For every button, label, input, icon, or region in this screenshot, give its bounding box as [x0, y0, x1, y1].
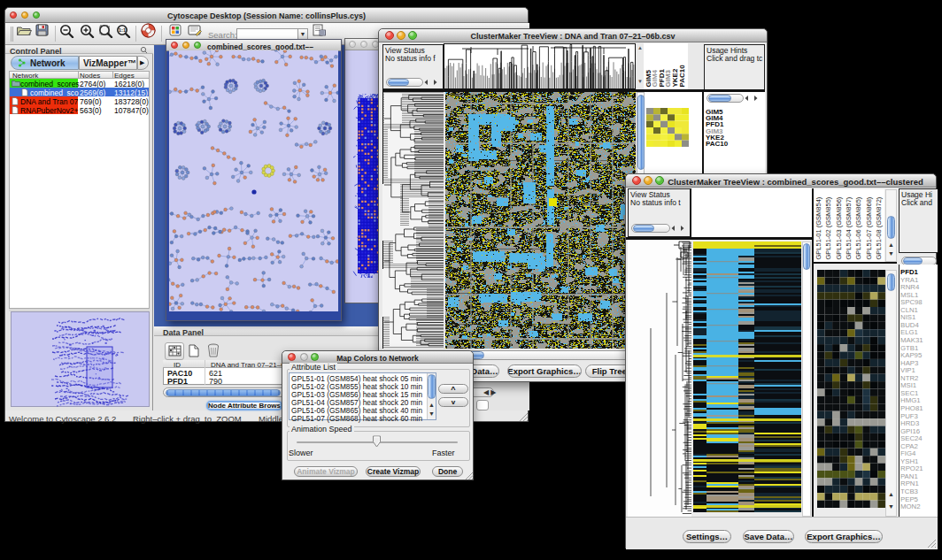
svg-text:1:1: 1:1: [119, 27, 127, 33]
